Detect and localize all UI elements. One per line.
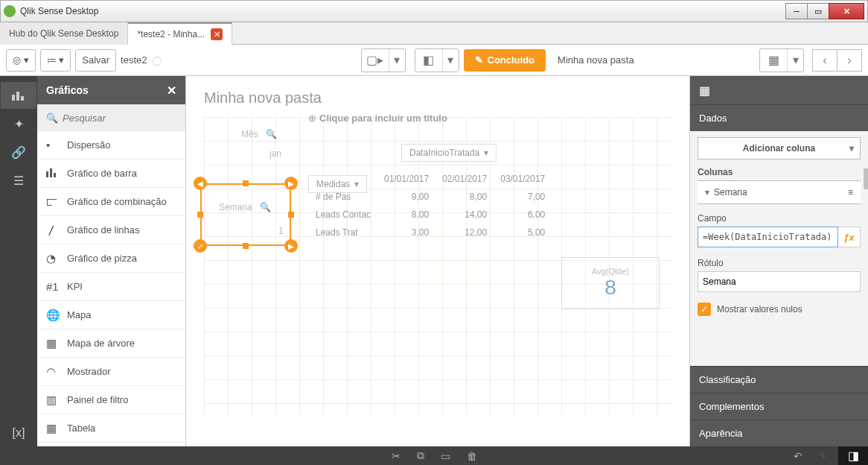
table-row: Leads Trat3,0012,005,00 (310, 224, 551, 241)
tab-close-icon[interactable]: ✕ (211, 28, 223, 40)
chart-pie[interactable]: ◔Gráfico de pizza (37, 244, 185, 273)
column-menu-icon[interactable]: ≡ (848, 187, 853, 197)
present-group: ▢▸ ▾ (361, 48, 406, 72)
table-icon: ▦ (46, 422, 60, 435)
redo-icon[interactable]: ↷ (817, 450, 826, 462)
handle-s[interactable] (243, 243, 249, 249)
section-appearance[interactable]: Aparência (690, 420, 868, 446)
delete-icon[interactable]: 🗑 (467, 450, 477, 462)
window-maximize-button[interactable]: ▭ (807, 3, 829, 19)
kpi-object[interactable]: Avg(Qtde) 8 (561, 257, 660, 309)
show-nulls-row[interactable]: ✓ Mostrar valores nulos (698, 303, 861, 316)
present-button[interactable]: ▢▸ (362, 49, 389, 72)
pivot-table[interactable]: 01/01/201702/01/201703/01/2017 # de Pas9… (308, 169, 552, 242)
copy-icon[interactable]: ⧉ (417, 449, 424, 462)
columns-heading: Colunas (698, 167, 861, 177)
rotulo-label: Rótulo (698, 258, 861, 268)
property-panel: ▦ Dados Adicionar coluna▾ Colunas ▾ Sema… (689, 76, 868, 446)
undo-icon[interactable]: ↶ (794, 450, 802, 462)
bookmark-group: ◧ ▾ (415, 48, 459, 72)
sheet-selector[interactable]: ▦ ▾ (759, 48, 804, 72)
scrollbar-thumb[interactable] (864, 168, 868, 189)
toggle-panel-button[interactable]: ◨ (838, 446, 868, 465)
bookmark-menu[interactable]: ▾ (442, 49, 459, 72)
chart-gauge[interactable]: ◠Mostrador (37, 358, 185, 386)
paste-icon[interactable]: ▭ (441, 450, 450, 462)
sheet-title[interactable]: Minha nova pasta (204, 89, 671, 107)
left-rail: ✦ 🔗 ☰ [x] (0, 76, 37, 446)
asset-search[interactable]: 🔍 (37, 104, 185, 131)
rotulo-input[interactable] (698, 271, 861, 292)
handle-e[interactable] (288, 212, 294, 218)
cut-icon[interactable]: ✂ (392, 450, 401, 462)
chart-kpi[interactable]: #1KPI (37, 273, 185, 301)
table-row: # de Pas9,008,007,00 (310, 189, 551, 205)
rail-fields[interactable]: ☰ (1, 167, 36, 194)
rail-charts[interactable] (1, 82, 36, 109)
window-title: Qlik Sense Desktop (20, 6, 786, 16)
add-column-button[interactable]: Adicionar coluna▾ (698, 137, 861, 159)
rail-custom-objects[interactable]: ✦ (1, 110, 36, 137)
handle-n[interactable] (243, 180, 249, 186)
kpi-icon: #1 (46, 280, 60, 293)
chart-title-placeholder[interactable]: ⊕ Clique para incluir um título (308, 113, 671, 124)
col-date-3: 03/01/2017 (494, 171, 551, 187)
save-button[interactable]: Salvar (75, 49, 116, 72)
chart-combo[interactable]: ⫍Gráfico de combinação (37, 188, 185, 216)
svg-rect-3 (46, 171, 48, 177)
bookmark-button[interactable]: ◧ (415, 49, 442, 72)
next-sheet-button[interactable]: › (837, 49, 862, 72)
dim-month[interactable]: Mês 🔍 (241, 129, 277, 139)
bottom-toolbar: ✂ ⧉ ▭ 🗑 ↶ ↷ ◨ (0, 446, 868, 465)
present-menu[interactable]: ▾ (389, 49, 405, 72)
section-complements[interactable]: Complementos (690, 393, 868, 420)
rail-variables[interactable]: [x] (1, 420, 36, 446)
date-field-dropdown[interactable]: DataInicioTratada▾ (401, 144, 497, 162)
list-menu-button[interactable]: ≔ ▾ (40, 49, 71, 72)
chart-bar[interactable]: Gráfico de barra (37, 159, 185, 188)
table-row: Leads Contac8,0014,006,00 (310, 206, 551, 223)
sheet-name: Minha nova pasta (550, 54, 755, 66)
pie-icon: ◔ (46, 252, 60, 265)
handle-se[interactable]: ▶ (284, 239, 298, 253)
fx-button[interactable]: ƒx (838, 227, 861, 247)
selection-frame[interactable]: ◀ ▶ ⤢ ▶ (194, 177, 298, 253)
done-button[interactable]: ✎ Concluído (464, 49, 546, 72)
filter-icon: ▥ (46, 393, 60, 407)
chart-treemap[interactable]: ▦Mapa de árvore (37, 329, 185, 358)
doc-name: teste2 (121, 54, 147, 66)
chart-scatter[interactable]: •Dispersão (37, 131, 185, 159)
col-date-1: 01/01/2017 (378, 171, 435, 187)
asset-panel-header: Gráficos ✕ (37, 76, 185, 104)
window-minimize-button[interactable]: ─ (785, 3, 808, 19)
document-tabs: Hub do Qlik Sense Desktop *teste2 - Minh… (0, 22, 868, 45)
column-item-semana[interactable]: ▾ Semana ≡ (698, 180, 861, 204)
chevron-down-icon: ▾ (705, 187, 709, 197)
field-label: Campo (698, 213, 861, 224)
chart-filterpane[interactable]: ▥Painel de filtro (37, 386, 185, 414)
handle-w[interactable] (197, 212, 203, 218)
col-date-2: 02/01/2017 (436, 171, 493, 187)
discover-button[interactable]: ◎ ▾ (6, 49, 36, 72)
close-panel-icon[interactable]: ✕ (167, 83, 176, 98)
rail-master-items[interactable]: 🔗 (1, 139, 36, 165)
tab-document[interactable]: *teste2 - Minha... ✕ (128, 22, 232, 45)
handle-ne[interactable]: ▶ (284, 177, 298, 190)
window-close-button[interactable]: ✕ (829, 3, 864, 19)
section-data[interactable]: Dados (690, 104, 868, 131)
chart-table[interactable]: ▦Tabela (37, 414, 185, 443)
asset-list: •Dispersão Gráfico de barra ⫍Gráfico de … (37, 131, 185, 446)
field-expression-input[interactable] (698, 227, 838, 247)
section-classification[interactable]: Classificação (690, 366, 868, 393)
tab-hub[interactable]: Hub do Qlik Sense Desktop (0, 22, 128, 45)
prev-sheet-button[interactable]: ‹ (812, 49, 837, 72)
search-input[interactable] (63, 113, 176, 124)
chart-line[interactable]: 〳Gráfico de linhas (37, 216, 185, 244)
handle-nw[interactable]: ◀ (194, 177, 207, 190)
chevron-down-icon: ▾ (849, 143, 854, 154)
handle-sw[interactable]: ⤢ (194, 239, 207, 253)
sheet-canvas[interactable]: Minha nova pasta ⊕ Clique para incluir u… (186, 76, 689, 446)
checkbox-checked-icon[interactable]: ✓ (698, 303, 711, 316)
plus-icon: ⊕ (308, 113, 316, 124)
chart-map[interactable]: 🌐Mapa (37, 301, 185, 329)
